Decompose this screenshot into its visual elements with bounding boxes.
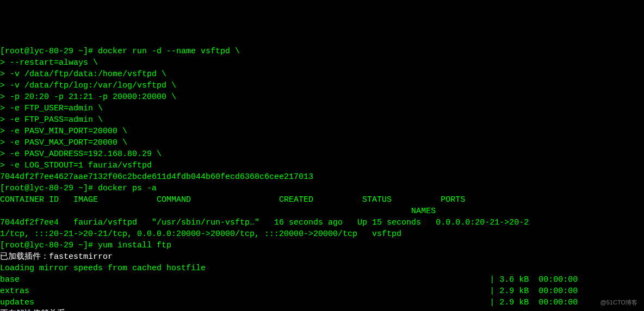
terminal-line: extras | 2.9 kB 00:00:00 xyxy=(0,285,644,297)
terminal-line: CONTAINER ID IMAGE COMMAND CREATED STATU… xyxy=(0,194,644,206)
watermark-label: @51CTO博客 xyxy=(600,298,637,307)
terminal-line: [root@lyc-80-29 ~]# docker run -d --name… xyxy=(0,46,644,57)
terminal-line: 7044df2f7ee4627aae7132f06c2bcde611d4fdb0… xyxy=(0,171,644,183)
terminal-line: 7044df2f7ee4 fauria/vsftpd "/usr/sbin/ru… xyxy=(0,217,644,228)
terminal-line: NAMES xyxy=(0,206,644,217)
terminal-line: base | 3.6 kB 00:00:00 xyxy=(0,274,644,285)
terminal-line: 正在解决依赖关系 xyxy=(0,308,644,311)
terminal-line: > -e PASV_MAX_PORT=20000 \ xyxy=(0,137,644,148)
terminal-line: > -v /data/ftp/data:/home/vsftpd \ xyxy=(0,69,644,80)
terminal-line: updates | 2.9 kB 00:00:00 xyxy=(0,297,644,308)
terminal-line: > -v /data/ftp/log:/var/log/vsftpd \ xyxy=(0,80,644,91)
terminal-line: > -e PASV_MIN_PORT=20000 \ xyxy=(0,126,644,137)
terminal-line: 已加载插件：fastestmirror xyxy=(0,251,644,263)
terminal-line: > -e LOG_STDOUT=1 fauria/vsftpd xyxy=(0,160,644,171)
terminal-line: > --restart=always \ xyxy=(0,57,644,69)
terminal-line: > -p 20:20 -p 21:21 -p 20000:20000 \ xyxy=(0,91,644,103)
terminal-line: [root@lyc-80-29 ~]# docker ps -a xyxy=(0,183,644,194)
terminal-line: 1/tcp, :::20-21->20-21/tcp, 0.0.0.0:2000… xyxy=(0,228,644,240)
terminal-line: [root@lyc-80-29 ~]# yum install ftp xyxy=(0,240,644,251)
terminal-line: > -e FTP_USER=admin \ xyxy=(0,103,644,114)
terminal-output[interactable]: [root@lyc-80-29 ~]# docker run -d --name… xyxy=(0,46,644,311)
terminal-line: > -e PASV_ADDRESS=192.168.80.29 \ xyxy=(0,148,644,160)
terminal-line: Loading mirror speeds from cached hostfi… xyxy=(0,263,644,274)
terminal-line: > -e FTP_PASS=admin \ xyxy=(0,114,644,126)
